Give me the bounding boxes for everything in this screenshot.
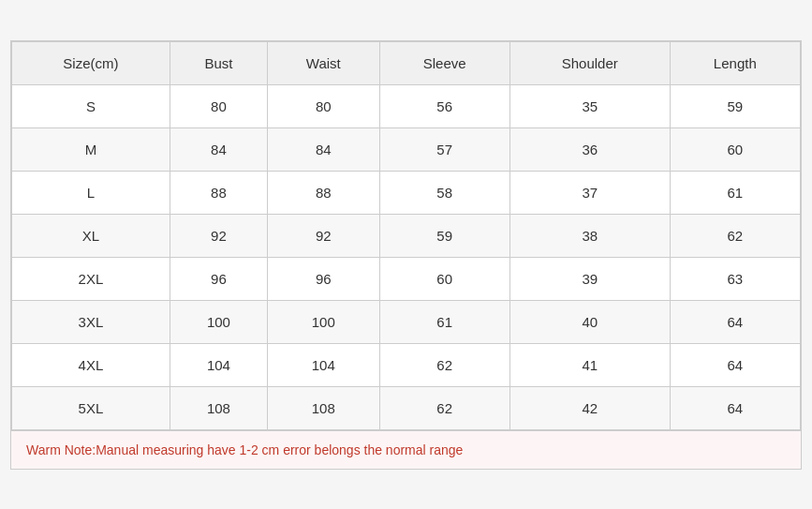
table-row: 3XL100100614064: [12, 300, 801, 343]
size-chart-table: Size(cm)BustWaistSleeveShoulderLength S8…: [11, 41, 801, 430]
measurement-cell: 63: [670, 257, 800, 300]
measurement-cell: 41: [509, 343, 670, 386]
column-header: Bust: [170, 41, 267, 84]
column-header: Sleeve: [379, 41, 509, 84]
table-row: S8080563559: [12, 84, 801, 127]
measurement-cell: 62: [379, 386, 509, 429]
table-row: 4XL104104624164: [12, 343, 801, 386]
measurement-cell: 60: [670, 127, 800, 171]
measurement-cell: 80: [170, 84, 267, 127]
measurement-cell: 88: [267, 171, 379, 214]
measurement-cell: 61: [670, 171, 800, 214]
measurement-cell: 40: [509, 300, 670, 343]
measurement-cell: 62: [379, 343, 509, 386]
table-row: 2XL9696603963: [12, 257, 801, 300]
measurement-cell: 64: [670, 343, 800, 386]
measurement-cell: 38: [509, 214, 670, 257]
size-cell: 2XL: [12, 257, 170, 300]
measurement-cell: 100: [267, 300, 379, 343]
size-cell: XL: [12, 214, 170, 257]
measurement-cell: 37: [509, 171, 670, 214]
column-header: Length: [670, 41, 800, 84]
measurement-cell: 108: [170, 386, 267, 429]
column-header: Shoulder: [509, 41, 670, 84]
table-row: M8484573660: [12, 127, 801, 171]
size-cell: S: [12, 84, 170, 127]
table-body: S8080563559M8484573660L8888583761XL92925…: [12, 84, 801, 429]
size-cell: L: [12, 171, 170, 214]
measurement-cell: 84: [170, 127, 267, 171]
measurement-cell: 56: [379, 84, 509, 127]
measurement-cell: 92: [267, 214, 379, 257]
column-header: Waist: [267, 41, 379, 84]
table-row: XL9292593862: [12, 214, 801, 257]
measurement-cell: 60: [379, 257, 509, 300]
measurement-cell: 80: [267, 84, 379, 127]
column-header: Size(cm): [12, 41, 170, 84]
header-row: Size(cm)BustWaistSleeveShoulderLength: [12, 41, 801, 84]
measurement-cell: 104: [170, 343, 267, 386]
measurement-cell: 96: [267, 257, 379, 300]
measurement-cell: 35: [509, 84, 670, 127]
warm-note: Warm Note:Manual measuring have 1-2 cm e…: [11, 430, 801, 469]
measurement-cell: 36: [509, 127, 670, 171]
measurement-cell: 58: [379, 171, 509, 214]
size-chart-wrapper: Size(cm)BustWaistSleeveShoulderLength S8…: [10, 40, 802, 470]
measurement-cell: 39: [509, 257, 670, 300]
measurement-cell: 100: [170, 300, 267, 343]
measurement-cell: 84: [267, 127, 379, 171]
table-row: L8888583761: [12, 171, 801, 214]
measurement-cell: 57: [379, 127, 509, 171]
measurement-cell: 88: [170, 171, 267, 214]
measurement-cell: 64: [670, 300, 800, 343]
measurement-cell: 104: [267, 343, 379, 386]
measurement-cell: 92: [170, 214, 267, 257]
size-cell: 5XL: [12, 386, 170, 429]
measurement-cell: 108: [267, 386, 379, 429]
measurement-cell: 59: [379, 214, 509, 257]
size-cell: 3XL: [12, 300, 170, 343]
measurement-cell: 61: [379, 300, 509, 343]
table-row: 5XL108108624264: [12, 386, 801, 429]
measurement-cell: 64: [670, 386, 800, 429]
size-cell: M: [12, 127, 170, 171]
measurement-cell: 42: [509, 386, 670, 429]
size-cell: 4XL: [12, 343, 170, 386]
measurement-cell: 62: [670, 214, 800, 257]
measurement-cell: 59: [670, 84, 800, 127]
measurement-cell: 96: [170, 257, 267, 300]
